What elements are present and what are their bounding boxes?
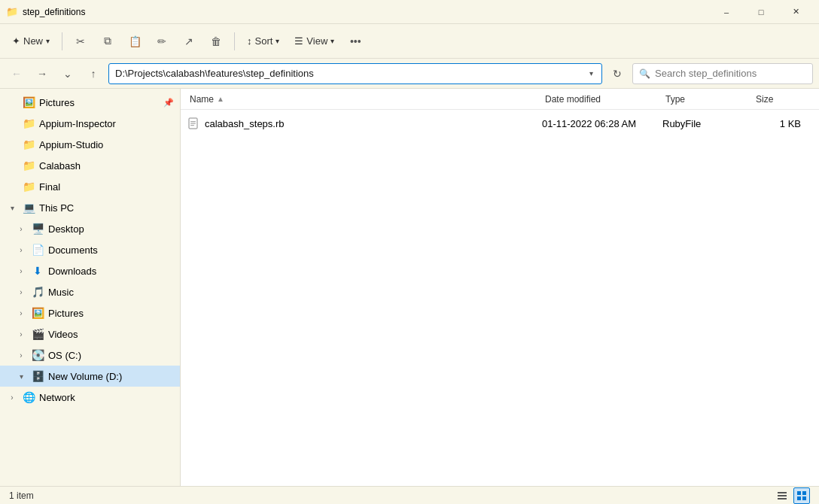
sidebar-item-desktop[interactable]: › 🖥️ Desktop xyxy=(0,218,180,239)
sidebar-this-pc-label: This PC xyxy=(39,202,174,214)
sidebar-item-final[interactable]: 📁 Final xyxy=(0,176,180,197)
column-headers: Name ▲ Date modified Type Size xyxy=(181,89,819,110)
rename-button[interactable]: ✏ xyxy=(150,29,174,53)
sidebar-appium-studio-label: Appium-Studio xyxy=(39,139,174,150)
videos-icon: 🎬 xyxy=(32,328,44,340)
sidebar-item-pictures[interactable]: 🖼️ Pictures 📌 xyxy=(0,92,180,113)
sidebar-item-appium-inspector[interactable]: 📁 Appium-Inspector xyxy=(0,113,180,134)
new-icon: ✦ xyxy=(12,35,20,47)
sidebar-videos-label: Videos xyxy=(48,329,174,340)
appium-inspector-icon: 📁 xyxy=(23,117,35,129)
calabash-icon: 📁 xyxy=(23,159,35,172)
search-box[interactable]: 🔍 xyxy=(632,63,813,84)
sort-button[interactable]: ↕ Sort ▾ xyxy=(241,29,285,53)
sort-chevron-icon: ▾ xyxy=(276,37,279,45)
svg-rect-3 xyxy=(190,125,194,126)
cut-button[interactable]: ✂ xyxy=(69,29,93,53)
os-c-expand-icon: › xyxy=(15,349,27,361)
file-date: 01-11-2022 06:28 AM xyxy=(542,118,662,129)
recent-locations-button[interactable]: ⌄ xyxy=(57,63,78,84)
col-size-label: Size xyxy=(756,94,773,105)
view-label: View xyxy=(306,35,327,47)
close-button[interactable]: ✕ xyxy=(778,0,813,24)
search-icon: 🔍 xyxy=(639,68,650,79)
back-button[interactable]: ← xyxy=(6,63,27,84)
svg-rect-7 xyxy=(797,491,801,495)
more-button[interactable]: ••• xyxy=(343,29,367,53)
sidebar-item-os-c[interactable]: › 💽 OS (C:) xyxy=(0,345,180,366)
sidebar-item-this-pc[interactable]: ▾ 💻 This PC xyxy=(0,197,180,218)
sidebar-item-music[interactable]: › 🎵 Music xyxy=(0,281,180,302)
col-header-date[interactable]: Date modified xyxy=(542,89,662,110)
sidebar-item-videos[interactable]: › 🎬 Videos xyxy=(0,323,180,345)
sidebar-item-downloads[interactable]: › ⬇ Downloads xyxy=(0,260,180,281)
delete-button[interactable]: 🗑 xyxy=(204,29,228,53)
file-size: 1 KB xyxy=(753,118,813,129)
this-pc-icon: 💻 xyxy=(23,202,35,214)
maximize-button[interactable]: □ xyxy=(744,0,778,24)
paste-button[interactable]: 📋 xyxy=(123,29,147,53)
sidebar-item-documents[interactable]: › 📄 Documents xyxy=(0,239,180,260)
address-input[interactable] xyxy=(115,68,583,79)
sidebar-item-new-volume-d[interactable]: ▾ 🗄️ New Volume (D:) xyxy=(0,366,180,387)
col-header-type[interactable]: Type xyxy=(662,89,753,110)
svg-rect-5 xyxy=(778,495,787,496)
svg-rect-2 xyxy=(190,123,196,124)
toolbar-separator-1 xyxy=(62,32,62,50)
new-label: New xyxy=(23,35,43,47)
refresh-button[interactable]: ↻ xyxy=(607,63,628,84)
videos-expand-icon: › xyxy=(15,328,27,340)
title-bar-left: 📁 step_definitions xyxy=(6,6,85,18)
search-input[interactable] xyxy=(655,68,806,79)
downloads-expand-icon: › xyxy=(15,265,27,277)
file-area: Name ▲ Date modified Type Size xyxy=(181,89,819,486)
file-icon xyxy=(187,117,202,129)
this-pc-expand-icon: ▾ xyxy=(6,202,18,214)
col-header-name[interactable]: Name ▲ xyxy=(187,89,542,110)
pictures-icon: 🖼️ xyxy=(23,96,35,108)
sidebar-item-appium-studio[interactable]: 📁 Appium-Studio xyxy=(0,134,180,155)
share-button[interactable]: ↗ xyxy=(177,29,201,53)
sort-label: Sort xyxy=(255,35,273,47)
sidebar-item-pictures2[interactable]: › 🖼️ Pictures xyxy=(0,302,180,323)
pin-icon: 📌 xyxy=(163,98,174,108)
col-type-label: Type xyxy=(665,94,685,105)
sidebar-item-network[interactable]: › 🌐 Network xyxy=(0,387,180,408)
calabash-expand-icon xyxy=(6,159,18,172)
view-icon: ☰ xyxy=(294,35,303,47)
file-list: calabash_steps.rb 01-11-2022 06:28 AM Ru… xyxy=(181,110,819,486)
sidebar-pictures-label: Pictures xyxy=(39,97,159,108)
view-icons-button[interactable] xyxy=(793,487,810,504)
forward-button[interactable]: → xyxy=(32,63,53,84)
address-dropdown-icon[interactable]: ▾ xyxy=(583,66,598,81)
minimize-button[interactable]: – xyxy=(709,0,744,24)
svg-rect-10 xyxy=(802,496,806,500)
view-button[interactable]: ☰ View ▾ xyxy=(288,29,340,53)
file-type: RubyFile xyxy=(662,118,753,129)
col-name-sort-arrow: ▲ xyxy=(217,95,224,103)
sidebar: 🖼️ Pictures 📌 📁 Appium-Inspector 📁 Appiu… xyxy=(0,89,181,486)
item-count: 1 item xyxy=(9,490,34,501)
sort-icon: ↕ xyxy=(247,35,252,47)
view-details-button[interactable] xyxy=(774,487,790,504)
desktop-icon: 🖥️ xyxy=(32,223,44,235)
sidebar-documents-label: Documents xyxy=(48,244,174,256)
music-expand-icon: › xyxy=(15,286,27,298)
sidebar-pictures2-label: Pictures xyxy=(48,308,174,319)
sidebar-appium-inspector-label: Appium-Inspector xyxy=(39,118,174,129)
svg-rect-8 xyxy=(802,491,806,495)
col-header-size[interactable]: Size xyxy=(753,89,813,110)
table-row[interactable]: calabash_steps.rb 01-11-2022 06:28 AM Ru… xyxy=(181,113,819,134)
new-button[interactable]: ✦ New ▾ xyxy=(6,29,56,53)
col-date-label: Date modified xyxy=(545,94,601,105)
svg-rect-1 xyxy=(190,121,196,122)
network-expand-icon: › xyxy=(6,391,18,403)
sidebar-item-calabash[interactable]: 📁 Calabash xyxy=(0,155,180,176)
up-button[interactable]: ↑ xyxy=(83,63,104,84)
network-icon: 🌐 xyxy=(23,391,35,403)
copy-button[interactable]: ⧉ xyxy=(96,29,120,53)
col-name-label: Name xyxy=(190,94,214,105)
address-input-wrapper[interactable]: ▾ xyxy=(108,63,602,84)
window-title: step_definitions xyxy=(23,7,85,17)
sidebar-downloads-label: Downloads xyxy=(48,266,174,277)
